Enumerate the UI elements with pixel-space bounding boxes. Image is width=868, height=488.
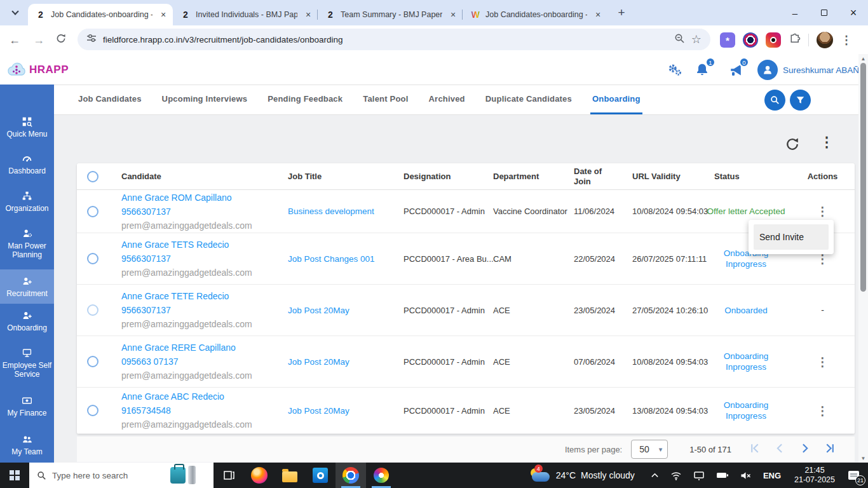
notifications-bell-icon[interactable]: 1 (695, 62, 710, 81)
file-explorer-icon[interactable] (275, 463, 305, 488)
candidate-name[interactable]: Anne Grace RERE Capillano (121, 341, 236, 355)
bookmark-star-icon[interactable]: ☆ (691, 32, 702, 46)
extension-camera-icon[interactable] (766, 32, 781, 48)
previous-page-button[interactable] (774, 442, 786, 457)
start-button[interactable] (0, 463, 29, 488)
column-header-date-of-join[interactable]: Date of Join (561, 163, 620, 189)
wifi-indicator[interactable] (665, 463, 688, 488)
outlook-icon[interactable] (305, 463, 336, 488)
row-checkbox[interactable] (87, 405, 98, 416)
nav-tab[interactable]: Archived (427, 85, 467, 114)
first-page-button[interactable] (749, 442, 761, 457)
extension-icon[interactable]: * (720, 32, 735, 48)
nav-tab[interactable]: Pending Feedback (266, 85, 344, 114)
row-actions-kebab-button[interactable]: ⋮ (817, 355, 829, 369)
scroll-up-icon[interactable]: ▲ (858, 54, 868, 63)
task-view-button[interactable] (214, 463, 244, 488)
nav-tab[interactable]: Upcoming Interviews (160, 85, 250, 114)
sidebar-item-my-team[interactable]: My Team (0, 428, 54, 465)
row-checkbox[interactable] (87, 304, 98, 316)
browser-tab[interactable]: W Job Candidates-onboarding - D × (463, 4, 607, 25)
taskbar-clock[interactable]: 21:45 21-07-2025 (787, 463, 843, 488)
window-restore-button[interactable] (810, 0, 839, 25)
send-invite-menu-item[interactable]: Send Invite (754, 224, 829, 250)
window-close-button[interactable]: × (839, 0, 868, 25)
sidebar-item-quick-menu[interactable]: Quick Menu (0, 110, 54, 147)
volume-muted-indicator[interactable] (735, 463, 757, 488)
tab-close-icon[interactable]: × (302, 9, 314, 20)
forward-icon[interactable]: → (33, 33, 44, 46)
page-scrollbar[interactable]: ▲ ▼ (858, 54, 868, 463)
last-page-button[interactable] (824, 442, 836, 457)
job-title-link[interactable]: Job Post 20May (288, 306, 349, 315)
address-bar[interactable]: fieldforce.hrapp.co.in/v3/recruitment/jo… (78, 29, 710, 50)
scroll-down-icon[interactable]: ▼ (858, 454, 868, 463)
url-text[interactable]: fieldforce.hrapp.co.in/v3/recruitment/jo… (103, 35, 668, 44)
column-header-candidate[interactable]: Candidate (109, 163, 275, 189)
cast-indicator[interactable] (688, 463, 710, 488)
candidate-name[interactable]: Anne Grace ABC Redecio (121, 390, 224, 403)
candidate-name[interactable]: Anne Grace ROM Capillano (121, 191, 232, 205)
back-icon[interactable]: ← (9, 33, 20, 46)
items-per-page-select[interactable]: 50 ▾ (631, 440, 668, 459)
hrapp-logo[interactable]: HRAPP (5, 60, 69, 79)
sidebar-item-employee-self-service[interactable]: Employee Self Service (0, 341, 54, 389)
row-checkbox[interactable] (87, 356, 98, 367)
user-name[interactable]: Sureshkumar ABAÑO (783, 65, 866, 75)
tab-close-icon[interactable]: × (158, 9, 169, 20)
row-checkbox[interactable] (87, 253, 98, 264)
job-title-link[interactable]: Business development (288, 207, 374, 216)
browser-profile-avatar[interactable] (817, 32, 833, 48)
settings-gears-icon[interactable] (666, 62, 682, 81)
candidate-name[interactable]: Anne Grace TETE Redecio (121, 289, 229, 303)
browser-tab[interactable]: 2 Invited Individuals - BMJ Paperp × (173, 4, 318, 25)
browser-tab[interactable]: 2 Job Candidates-onboarding - B × (28, 4, 173, 25)
sidebar-item-onboarding[interactable]: Onboarding (0, 304, 54, 341)
chrome-icon[interactable] (336, 463, 366, 488)
action-center-button[interactable]: 21 (843, 463, 868, 488)
tab-close-icon[interactable]: × (447, 9, 459, 20)
select-all-checkbox[interactable] (87, 171, 98, 182)
weather-widget[interactable]: 4 24°C Mostly cloudy (524, 463, 645, 488)
column-header-status[interactable]: Status (702, 163, 790, 189)
tray-expand-chevron[interactable] (645, 463, 665, 488)
sidebar-item-dashboard[interactable]: Dashboard (0, 147, 54, 184)
tab-search-button[interactable] (6, 4, 24, 22)
announcements-megaphone-icon[interactable]: 0 (728, 62, 743, 81)
tab-close-icon[interactable]: × (592, 9, 604, 20)
scrollbar-thumb[interactable] (860, 63, 866, 292)
pinwheel-app-icon[interactable] (366, 463, 397, 488)
browser-tab[interactable]: 2 Team Summary - BMJ Paperpac × (318, 4, 463, 25)
nav-tab[interactable]: Onboarding (590, 85, 642, 114)
job-title-link[interactable]: Job Post 20May (288, 406, 349, 416)
row-checkbox[interactable] (87, 206, 98, 217)
job-title-link[interactable]: Job Post 20May (288, 357, 349, 367)
firefox-icon[interactable] (244, 463, 275, 488)
user-avatar[interactable] (757, 60, 778, 80)
next-page-button[interactable] (799, 442, 811, 457)
column-header-url-validity[interactable]: URL Validity (620, 163, 702, 189)
browser-menu-kebab-icon[interactable]: ⋮ (841, 33, 852, 47)
sidebar-item-recruitment[interactable]: Recruitment (0, 269, 54, 304)
nav-tab[interactable]: Talent Pool (361, 85, 410, 114)
new-tab-button[interactable]: + (613, 4, 630, 22)
refresh-button[interactable] (785, 137, 799, 154)
search-button[interactable] (764, 90, 785, 111)
zoom-icon[interactable] (674, 33, 685, 46)
table-options-kebab-button[interactable]: ⋮ (820, 134, 834, 151)
job-title-link[interactable]: Job Post Changes 001 (288, 254, 375, 264)
language-indicator[interactable]: ENG (757, 463, 787, 488)
reload-icon[interactable] (56, 33, 66, 46)
nav-tab[interactable]: Job Candidates (76, 85, 144, 114)
sidebar-item-man-power-planning[interactable]: Man Power Planning (0, 222, 54, 269)
column-header-designation[interactable]: Designation (391, 163, 480, 189)
extensions-puzzle-icon[interactable] (789, 33, 801, 48)
taskbar-search-box[interactable]: Type here to search (29, 463, 214, 488)
column-header-department[interactable]: Department (480, 163, 561, 189)
filter-button[interactable] (790, 90, 811, 111)
candidate-name[interactable]: Anne Grace TETS Redecio (121, 238, 229, 252)
nav-tab[interactable]: Duplicate Candidates (484, 85, 574, 114)
site-settings-icon[interactable] (86, 33, 97, 46)
sidebar-item-organization[interactable]: Organization (0, 184, 54, 222)
column-header-job-title[interactable]: Job Title (275, 163, 391, 189)
